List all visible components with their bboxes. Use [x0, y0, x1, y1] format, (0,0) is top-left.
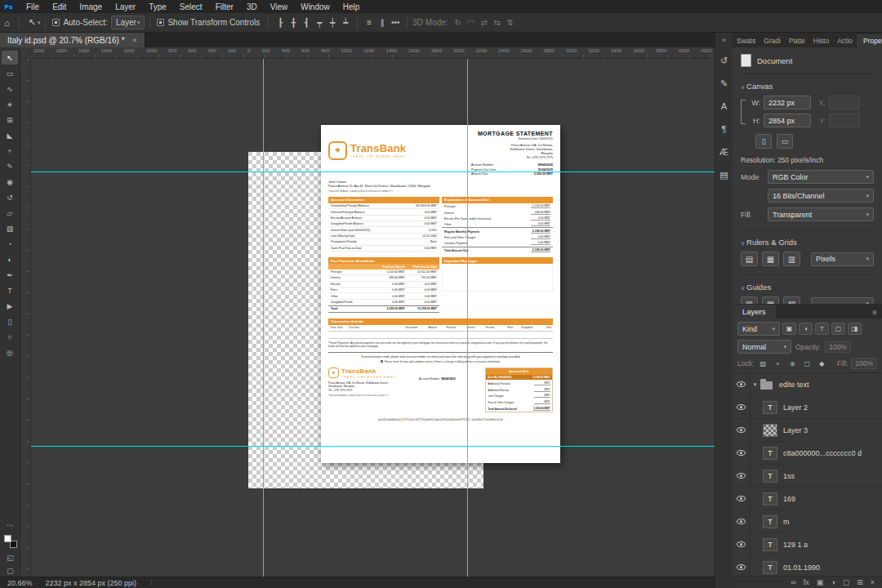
menu-item[interactable]: Image — [73, 0, 109, 13]
lasso-tool[interactable]: ∿ — [2, 82, 18, 96]
panel-tab[interactable]: Actio — [833, 34, 857, 47]
ruler-units-dropdown[interactable]: Pixels▾ — [811, 252, 874, 266]
menu-item[interactable]: 3D — [240, 0, 264, 13]
color-swatches[interactable] — [4, 535, 17, 548]
visibility-eye-icon[interactable] — [733, 373, 751, 395]
panel-tab[interactable]: Swats — [733, 34, 760, 47]
more-options-icon[interactable]: ••• — [389, 18, 402, 27]
menu-item[interactable]: Select — [173, 0, 209, 13]
pen-tool[interactable]: ✒ — [2, 268, 18, 282]
crop-tool[interactable]: ⊞ — [2, 113, 18, 127]
menu-item[interactable]: Window — [294, 0, 336, 13]
menu-item[interactable]: Filter — [209, 0, 240, 13]
auto-select-checkbox[interactable] — [52, 19, 60, 26]
layer-name[interactable]: 01.01.1990 — [783, 564, 820, 572]
mortgage-statement-layer[interactable]: ✦ TransBank ТРАНС ХӨГЖЛИЙН БАНК MORTGAGE… — [321, 125, 560, 463]
height-field[interactable]: 2854 px — [764, 114, 811, 127]
zoom-tool[interactable]: ◎ — [2, 345, 18, 359]
layer-thumbnail[interactable] — [763, 561, 777, 574]
snap-icon[interactable]: ▥ — [783, 252, 800, 266]
guides-section-header[interactable]: Guides — [741, 283, 874, 292]
dodge-tool[interactable]: ◐ — [2, 252, 18, 266]
new-layer-icon[interactable]: ⊞ — [857, 578, 863, 586]
lock-transparency-icon[interactable]: ▨ — [757, 359, 768, 369]
panel-menu-icon[interactable]: ≡ — [867, 308, 882, 318]
layer-row[interactable]: 01.01.1990 — [733, 556, 882, 576]
layer-group-icon[interactable]: ▢ — [843, 578, 850, 586]
opacity-value[interactable]: 100% — [825, 341, 851, 353]
layer-thumbnail[interactable] — [763, 447, 777, 460]
eraser-tool[interactable]: ▱ — [2, 206, 18, 220]
menu-item[interactable]: Layer — [109, 0, 142, 13]
status-menu-icon[interactable]: 〉 — [149, 578, 156, 587]
glyphs-panel-icon[interactable]: Æ — [717, 145, 732, 158]
layer-mask-icon[interactable]: ▣ — [817, 578, 824, 586]
toggle-grid-icon[interactable]: ▦ — [762, 252, 779, 266]
lock-pixels-icon[interactable]: + — [772, 359, 783, 369]
layer-row[interactable]: Layer 2 — [733, 396, 882, 419]
layer-name[interactable]: Layer 2 — [783, 403, 808, 412]
bit-depth-dropdown[interactable]: 16 Bits/Channel▾ — [768, 189, 874, 203]
vertical-ruler[interactable] — [20, 59, 31, 577]
filter-adjustment-layers-icon[interactable]: ◑ — [799, 323, 813, 335]
lock-position-icon[interactable]: ⊕ — [786, 359, 798, 369]
layer-row[interactable]: c8a000000...ccccccc0 d — [733, 442, 882, 465]
visibility-eye-icon[interactable] — [733, 533, 751, 555]
horizontal-guide[interactable] — [31, 446, 715, 447]
canvas-fill-dropdown[interactable]: Transparent▾ — [768, 207, 874, 221]
path-selection-tool[interactable]: ▶ — [2, 299, 18, 313]
libraries-panel-icon[interactable]: ▤ — [717, 168, 732, 181]
layer-name[interactable]: edite text — [779, 381, 809, 389]
tab-close-icon[interactable]: × — [132, 35, 137, 45]
align-center-h-icon[interactable]: ╂ — [287, 18, 300, 27]
character-panel-icon[interactable]: A — [717, 100, 732, 113]
rulers-grids-section-header[interactable]: Rulers & Grids — [741, 238, 874, 247]
canvas-section-header[interactable]: Canvas — [741, 82, 874, 91]
menu-item[interactable]: File — [20, 0, 46, 13]
layer-name[interactable]: Layer 3 — [783, 426, 808, 434]
layer-row[interactable]: edite text — [733, 373, 882, 396]
layer-thumbnail[interactable] — [763, 515, 777, 528]
canvas[interactable]: ✦ TransBank ТРАНС ХӨГЖЛИЙН БАНК MORTGAGE… — [31, 59, 715, 577]
auto-select-dropdown[interactable]: Layer▾ — [111, 16, 145, 29]
marquee-tool[interactable]: ▭ — [2, 66, 18, 80]
layer-row[interactable]: 129 1 a — [733, 533, 882, 556]
layer-name[interactable]: m — [783, 518, 790, 526]
visibility-eye-icon[interactable] — [733, 419, 751, 441]
layer-thumbnail[interactable] — [763, 401, 777, 414]
visibility-eye-icon[interactable] — [733, 488, 751, 510]
type-tool[interactable]: T — [2, 283, 18, 297]
color-mode-dropdown[interactable]: RGB Color▾ — [768, 170, 874, 184]
paragraph-panel-icon[interactable]: ¶ — [717, 122, 732, 136]
layer-name[interactable]: c8a000000...ccccccc0 d — [783, 449, 862, 457]
visibility-eye-icon[interactable] — [733, 442, 751, 464]
adjustment-layer-icon[interactable]: ◑ — [831, 578, 835, 586]
foreground-color-swatch[interactable] — [4, 535, 11, 542]
align-middle-icon[interactable]: ┿ — [326, 18, 339, 27]
history-panel-icon[interactable]: ↺ — [717, 54, 732, 67]
move-tool[interactable]: ↖ — [2, 51, 18, 65]
layer-thumbnail[interactable] — [763, 424, 777, 437]
layer-name[interactable]: 1ss — [783, 472, 795, 480]
visibility-eye-icon[interactable] — [733, 465, 751, 487]
group-disclosure-icon[interactable] — [751, 381, 760, 388]
filter-pixel-layers-icon[interactable]: ▣ — [782, 323, 796, 335]
quick-mask-icon[interactable]: ◱ — [2, 552, 19, 564]
link-layers-icon[interactable]: ∞ — [791, 578, 795, 586]
menu-item[interactable]: Type — [142, 0, 173, 13]
panel-tab[interactable]: Gradi — [760, 34, 785, 47]
blend-mode-dropdown[interactable]: Normal▾ — [737, 340, 791, 354]
layer-thumbnail[interactable] — [763, 538, 777, 551]
layer-name[interactable]: 169 — [783, 495, 795, 503]
distribute-vertical-icon[interactable]: ≡ — [363, 18, 376, 27]
ruler-origin-corner[interactable] — [20, 47, 31, 59]
layer-name[interactable]: 129 1 a — [783, 541, 808, 549]
fill-value[interactable]: 100% — [851, 358, 877, 369]
quick-selection-tool[interactable]: ∗ — [2, 97, 18, 111]
visibility-eye-icon[interactable] — [733, 510, 751, 532]
horizontal-ruler[interactable]: 2000180016001400120010008006004002000200… — [31, 47, 715, 59]
tab-layers[interactable]: Layers — [733, 305, 776, 318]
gradient-tool[interactable]: ▨ — [2, 221, 18, 235]
history-brush-tool[interactable]: ↺ — [2, 190, 18, 204]
vertical-guide[interactable] — [263, 59, 264, 577]
